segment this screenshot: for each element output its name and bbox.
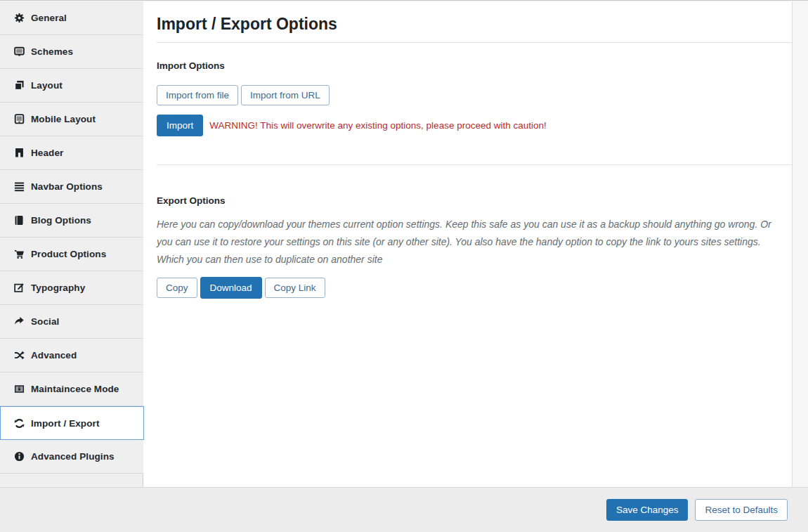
main-panel: Import / Export Options Import Options I… (143, 1, 793, 487)
export-options-heading: Export Options (157, 195, 792, 207)
sidebar-item-label: Header (31, 148, 63, 158)
sidebar-item-label: Schemes (31, 46, 73, 57)
book-icon (14, 215, 25, 226)
tablet-icon (14, 114, 25, 124)
sidebar-item-general[interactable]: General (0, 1, 143, 35)
sidebar-item-label: Product Options (31, 249, 106, 259)
sidebar-item-label: Blog Options (31, 215, 91, 226)
layers-icon (14, 80, 25, 91)
sidebar-item-label: Import / Export (31, 418, 100, 429)
sidebar-item-label: Advanced Plugins (31, 451, 115, 462)
sidebar-item-label: Social (31, 316, 59, 327)
page-title: Import / Export Options (157, 14, 792, 34)
save-changes-button[interactable]: Save Changes (606, 499, 689, 521)
sidebar-item-social[interactable]: Social (0, 305, 143, 339)
section-divider (157, 164, 792, 165)
sidebar-item-maintaincece-mode[interactable]: Maintaincece Mode (0, 372, 143, 406)
copy-button[interactable]: Copy (157, 278, 197, 298)
sidebar-item-import-export[interactable]: Import / Export (0, 406, 144, 440)
sidebar-item-label: Navbar Options (31, 181, 103, 192)
sidebar-item-label: Advanced (31, 350, 77, 361)
reset-to-defaults-button[interactable]: Reset to Defaults (695, 499, 788, 521)
footer-bar: Save Changes Reset to Defaults (0, 487, 808, 532)
sync-icon (14, 418, 25, 429)
header-icon (14, 148, 25, 158)
sidebar-item-advanced[interactable]: Advanced (0, 339, 143, 372)
gear-icon (14, 13, 25, 23)
sidebar-item-advanced-plugins[interactable]: Advanced Plugins (0, 440, 143, 474)
sidebar-item-layout[interactable]: Layout (0, 69, 143, 103)
copy-link-button[interactable]: Copy Link (265, 278, 325, 298)
sidebar-item-header[interactable]: Header (0, 136, 143, 170)
share-icon (14, 316, 25, 327)
sidebar: General Schemes Layout Mobile Layout Hea… (0, 1, 143, 487)
sidebar-item-navbar-options[interactable]: Navbar Options (0, 170, 143, 204)
sidebar-item-label: Maintaincece Mode (31, 384, 119, 394)
import-options-heading: Import Options (157, 60, 792, 72)
maintenance-icon (14, 384, 25, 394)
shuffle-icon (14, 350, 25, 361)
import-from-url-button[interactable]: Import from URL (241, 85, 330, 105)
sidebar-item-label: Typography (31, 283, 85, 293)
sidebar-item-schemes[interactable]: Schemes (0, 35, 143, 69)
import-from-file-button[interactable]: Import from file (157, 85, 238, 105)
edit-icon (14, 283, 25, 293)
export-description: Here you can copy/download your themes c… (157, 216, 783, 268)
title-divider (157, 42, 792, 43)
import-button[interactable]: Import (157, 115, 203, 136)
download-button[interactable]: Download (200, 277, 262, 299)
sidebar-item-mobile-layout[interactable]: Mobile Layout (0, 103, 143, 136)
sidebar-item-label: Mobile Layout (31, 114, 96, 124)
info-icon (14, 451, 25, 462)
sidebar-item-product-options[interactable]: Product Options (0, 238, 143, 271)
sidebar-item-blog-options[interactable]: Blog Options (0, 204, 143, 238)
sidebar-item-label: General (31, 13, 67, 23)
cart-icon (14, 249, 25, 259)
sidebar-item-typography[interactable]: Typography (0, 271, 143, 305)
import-warning-text: WARNING! This will overwrite any existin… (209, 120, 546, 131)
monitor-icon (14, 46, 25, 57)
menu-icon (14, 181, 25, 192)
sidebar-item-label: Layout (31, 80, 63, 91)
theme-options-page: General Schemes Layout Mobile Layout Hea… (0, 0, 808, 532)
